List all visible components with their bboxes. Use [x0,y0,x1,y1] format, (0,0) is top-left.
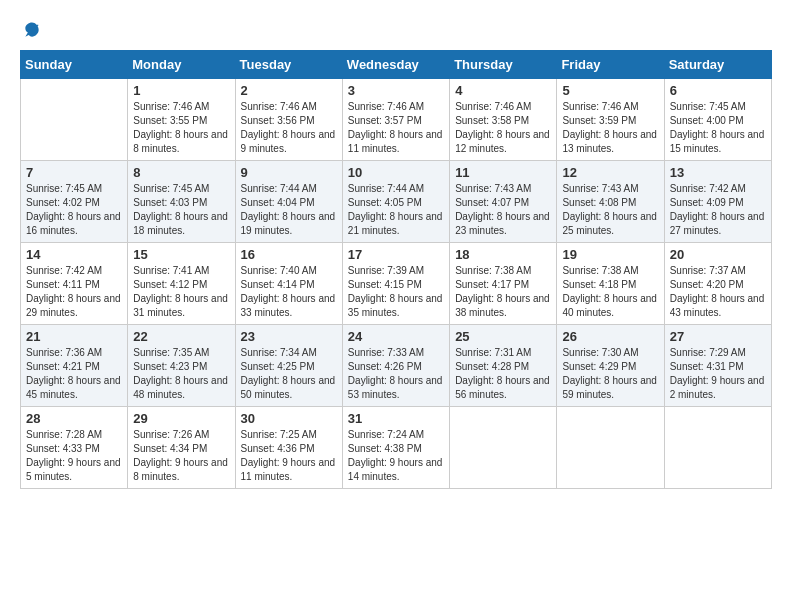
calendar-cell [664,407,771,489]
day-number: 10 [348,165,444,180]
day-number: 2 [241,83,337,98]
day-number: 4 [455,83,551,98]
day-info: Sunrise: 7:44 AMSunset: 4:05 PMDaylight:… [348,182,444,238]
calendar-cell: 23Sunrise: 7:34 AMSunset: 4:25 PMDayligh… [235,325,342,407]
page-header [20,20,772,40]
day-number: 25 [455,329,551,344]
logo-bird-icon [22,20,42,40]
weekday-header: Saturday [664,51,771,79]
calendar-cell: 28Sunrise: 7:28 AMSunset: 4:33 PMDayligh… [21,407,128,489]
calendar-cell: 6Sunrise: 7:45 AMSunset: 4:00 PMDaylight… [664,79,771,161]
day-info: Sunrise: 7:46 AMSunset: 3:56 PMDaylight:… [241,100,337,156]
day-info: Sunrise: 7:45 AMSunset: 4:00 PMDaylight:… [670,100,766,156]
day-number: 30 [241,411,337,426]
calendar-cell: 25Sunrise: 7:31 AMSunset: 4:28 PMDayligh… [450,325,557,407]
calendar-cell: 10Sunrise: 7:44 AMSunset: 4:05 PMDayligh… [342,161,449,243]
day-info: Sunrise: 7:36 AMSunset: 4:21 PMDaylight:… [26,346,122,402]
weekday-header: Thursday [450,51,557,79]
day-info: Sunrise: 7:37 AMSunset: 4:20 PMDaylight:… [670,264,766,320]
calendar-cell: 8Sunrise: 7:45 AMSunset: 4:03 PMDaylight… [128,161,235,243]
calendar-week-row: 1Sunrise: 7:46 AMSunset: 3:55 PMDaylight… [21,79,772,161]
day-info: Sunrise: 7:41 AMSunset: 4:12 PMDaylight:… [133,264,229,320]
calendar-table: SundayMondayTuesdayWednesdayThursdayFrid… [20,50,772,489]
day-number: 1 [133,83,229,98]
calendar-cell: 11Sunrise: 7:43 AMSunset: 4:07 PMDayligh… [450,161,557,243]
day-number: 11 [455,165,551,180]
calendar-cell: 22Sunrise: 7:35 AMSunset: 4:23 PMDayligh… [128,325,235,407]
day-number: 23 [241,329,337,344]
calendar-week-row: 28Sunrise: 7:28 AMSunset: 4:33 PMDayligh… [21,407,772,489]
day-info: Sunrise: 7:42 AMSunset: 4:11 PMDaylight:… [26,264,122,320]
day-info: Sunrise: 7:46 AMSunset: 3:58 PMDaylight:… [455,100,551,156]
day-number: 18 [455,247,551,262]
calendar-cell: 16Sunrise: 7:40 AMSunset: 4:14 PMDayligh… [235,243,342,325]
day-info: Sunrise: 7:29 AMSunset: 4:31 PMDaylight:… [670,346,766,402]
calendar-cell: 12Sunrise: 7:43 AMSunset: 4:08 PMDayligh… [557,161,664,243]
day-number: 16 [241,247,337,262]
day-info: Sunrise: 7:33 AMSunset: 4:26 PMDaylight:… [348,346,444,402]
day-info: Sunrise: 7:38 AMSunset: 4:18 PMDaylight:… [562,264,658,320]
calendar-cell: 29Sunrise: 7:26 AMSunset: 4:34 PMDayligh… [128,407,235,489]
calendar-cell: 24Sunrise: 7:33 AMSunset: 4:26 PMDayligh… [342,325,449,407]
day-number: 6 [670,83,766,98]
day-number: 22 [133,329,229,344]
weekday-header: Monday [128,51,235,79]
weekday-header: Wednesday [342,51,449,79]
calendar-cell: 7Sunrise: 7:45 AMSunset: 4:02 PMDaylight… [21,161,128,243]
calendar-cell: 2Sunrise: 7:46 AMSunset: 3:56 PMDaylight… [235,79,342,161]
calendar-cell: 5Sunrise: 7:46 AMSunset: 3:59 PMDaylight… [557,79,664,161]
calendar-cell: 1Sunrise: 7:46 AMSunset: 3:55 PMDaylight… [128,79,235,161]
day-info: Sunrise: 7:46 AMSunset: 3:55 PMDaylight:… [133,100,229,156]
day-number: 12 [562,165,658,180]
day-number: 15 [133,247,229,262]
calendar-cell: 15Sunrise: 7:41 AMSunset: 4:12 PMDayligh… [128,243,235,325]
day-info: Sunrise: 7:34 AMSunset: 4:25 PMDaylight:… [241,346,337,402]
calendar-cell: 4Sunrise: 7:46 AMSunset: 3:58 PMDaylight… [450,79,557,161]
day-info: Sunrise: 7:40 AMSunset: 4:14 PMDaylight:… [241,264,337,320]
day-info: Sunrise: 7:45 AMSunset: 4:02 PMDaylight:… [26,182,122,238]
weekday-header: Sunday [21,51,128,79]
day-number: 19 [562,247,658,262]
calendar-cell: 31Sunrise: 7:24 AMSunset: 4:38 PMDayligh… [342,407,449,489]
day-number: 17 [348,247,444,262]
day-info: Sunrise: 7:30 AMSunset: 4:29 PMDaylight:… [562,346,658,402]
day-number: 8 [133,165,229,180]
day-info: Sunrise: 7:28 AMSunset: 4:33 PMDaylight:… [26,428,122,484]
calendar-cell: 13Sunrise: 7:42 AMSunset: 4:09 PMDayligh… [664,161,771,243]
day-info: Sunrise: 7:42 AMSunset: 4:09 PMDaylight:… [670,182,766,238]
day-number: 29 [133,411,229,426]
day-info: Sunrise: 7:31 AMSunset: 4:28 PMDaylight:… [455,346,551,402]
calendar-cell: 21Sunrise: 7:36 AMSunset: 4:21 PMDayligh… [21,325,128,407]
weekday-header: Tuesday [235,51,342,79]
day-info: Sunrise: 7:24 AMSunset: 4:38 PMDaylight:… [348,428,444,484]
day-info: Sunrise: 7:38 AMSunset: 4:17 PMDaylight:… [455,264,551,320]
calendar-cell: 3Sunrise: 7:46 AMSunset: 3:57 PMDaylight… [342,79,449,161]
calendar-cell [450,407,557,489]
day-number: 28 [26,411,122,426]
calendar-cell: 17Sunrise: 7:39 AMSunset: 4:15 PMDayligh… [342,243,449,325]
calendar-cell: 26Sunrise: 7:30 AMSunset: 4:29 PMDayligh… [557,325,664,407]
calendar-cell: 19Sunrise: 7:38 AMSunset: 4:18 PMDayligh… [557,243,664,325]
day-number: 20 [670,247,766,262]
calendar-week-row: 14Sunrise: 7:42 AMSunset: 4:11 PMDayligh… [21,243,772,325]
day-number: 31 [348,411,444,426]
day-info: Sunrise: 7:43 AMSunset: 4:07 PMDaylight:… [455,182,551,238]
day-number: 13 [670,165,766,180]
day-info: Sunrise: 7:45 AMSunset: 4:03 PMDaylight:… [133,182,229,238]
calendar-header-row: SundayMondayTuesdayWednesdayThursdayFrid… [21,51,772,79]
day-number: 3 [348,83,444,98]
day-info: Sunrise: 7:25 AMSunset: 4:36 PMDaylight:… [241,428,337,484]
day-number: 21 [26,329,122,344]
calendar-cell: 20Sunrise: 7:37 AMSunset: 4:20 PMDayligh… [664,243,771,325]
day-number: 26 [562,329,658,344]
day-info: Sunrise: 7:44 AMSunset: 4:04 PMDaylight:… [241,182,337,238]
calendar-cell: 18Sunrise: 7:38 AMSunset: 4:17 PMDayligh… [450,243,557,325]
calendar-cell: 27Sunrise: 7:29 AMSunset: 4:31 PMDayligh… [664,325,771,407]
calendar-week-row: 21Sunrise: 7:36 AMSunset: 4:21 PMDayligh… [21,325,772,407]
day-number: 24 [348,329,444,344]
weekday-header: Friday [557,51,664,79]
day-number: 9 [241,165,337,180]
calendar-cell: 30Sunrise: 7:25 AMSunset: 4:36 PMDayligh… [235,407,342,489]
calendar-cell: 14Sunrise: 7:42 AMSunset: 4:11 PMDayligh… [21,243,128,325]
day-info: Sunrise: 7:35 AMSunset: 4:23 PMDaylight:… [133,346,229,402]
